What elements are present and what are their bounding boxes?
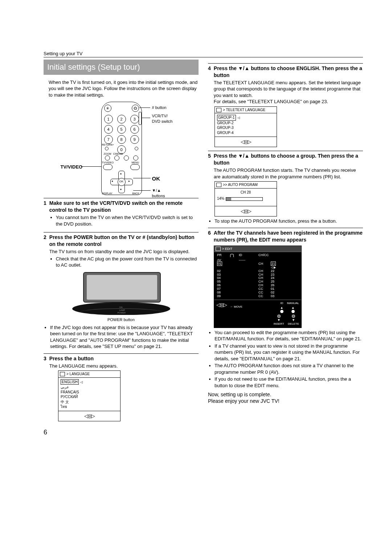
dpad-icon: ◁◎▷ (215, 206, 277, 216)
osd-teletext-item: GROUP-1◁ (217, 115, 274, 121)
step-title: After the TV channels have been register… (214, 230, 363, 243)
post-edit-bullet: The AUTO PROGRAM function does not store… (215, 362, 363, 375)
osd-language-item: РУССКИЙ (61, 394, 118, 400)
edit-table-row: 02CH22 (217, 270, 298, 273)
post-edit-bullet: If you do not need to use the EDIT/MANUA… (215, 376, 363, 389)
osd-language: > LANGUAGE ENGLISH◁عربيFRANÇAISРУССКИЙ中 … (58, 370, 121, 421)
closing-line-2: Please enjoy your new JVC TV! (208, 398, 363, 405)
dpad-icon: ◁◎▷ (58, 411, 120, 421)
heading: Initial settings (Setup tour) (44, 60, 199, 75)
osd-language-item: ENGLISH◁ (61, 379, 118, 385)
step: 6After the TV channels have been registe… (208, 228, 363, 244)
step-text: The TELETEXT LANGUAGE menu appears. Set … (214, 80, 363, 105)
step-title: Press the ▼/▲ buttons to choose a group.… (214, 153, 363, 166)
step-text: The AUTO PROGRAM function starts. The TV… (214, 167, 363, 180)
edit-table-row: 01CH21 ◁ ▶ (217, 262, 298, 270)
step: 1Make sure to set the VCR/TV/DVD switch … (44, 198, 199, 228)
section-label: Setting up your TV (44, 51, 363, 57)
lock-icon (230, 254, 234, 257)
step-number: 6 (208, 230, 211, 244)
tv-icon (216, 108, 221, 112)
remote-control-diagram: ✳ ⏻ 1 2 3 4 5 6 7 8 9 0 RETURN+ (44, 102, 199, 194)
edit-table-row: 08CC02 (217, 291, 298, 295)
osd-edit: > EDIT PR ID CH/CC AV------01CH21 ◁ ▶02C… (214, 246, 302, 328)
step-title: Press the ▼/▲ buttons to choose ENGLISH.… (214, 65, 363, 79)
page-number: 6 (44, 429, 47, 436)
edit-table-row: 09CC03 (217, 295, 298, 298)
post-edit-bullet: If a TV channel you want to view is not … (215, 343, 363, 362)
step-text: The TV turns on from standby mode and th… (49, 248, 199, 255)
osd-teletext-item: GROUP-2 (217, 121, 274, 126)
step-title: Press the a button (49, 355, 199, 362)
step: 4Press the ▼/▲ buttons to choose ENGLISH… (208, 63, 363, 105)
step-number: 2 (44, 234, 46, 270)
post-tv-bullet: If the JVC logo does not appear this is … (50, 324, 199, 350)
edit-table-row: 06CH26 (217, 284, 298, 287)
step-bullet: You cannot turn the TV on when the VCR/T… (56, 214, 199, 227)
tv-icon (216, 247, 221, 251)
osd-language-item: عربي (61, 385, 118, 390)
tv-icon (216, 183, 221, 187)
step-title: Make sure to set the VCR/TV/DVD switch o… (49, 200, 199, 214)
stop-autoprogram-bullet: To stop the AUTO PROGRAM function, press… (215, 218, 363, 224)
step-text: The LANGUAGE menu appears. (49, 363, 199, 369)
osd-teletext-language: > TELETEXT LANGUAGE GROUP-1◁GROUP-2GROUP… (215, 106, 277, 147)
post-edit-bullet: You can proceed to edit the programme nu… (215, 329, 363, 342)
step: 2Press the POWER button on the TV or # (… (44, 232, 199, 270)
osd-language-item: FRANÇAIS (61, 390, 118, 395)
osd-teletext-item: GROUP-4 (217, 130, 274, 135)
tv-power-button-diagram: ONLAMP POWER POWER button (72, 272, 170, 319)
step-number: 1 (44, 200, 46, 228)
power-button-caption: POWER button (72, 317, 170, 323)
edit-table-row: 07CC01 (217, 287, 298, 291)
step-number: 5 (208, 153, 211, 180)
step-title: Press the POWER button on the TV or # (s… (49, 234, 199, 248)
step-number: 4 (208, 65, 211, 105)
dpad-icon: ◁◎▷ (215, 137, 277, 147)
step-number: 3 (44, 355, 46, 369)
edit-table-row: 04CH24 (217, 276, 298, 280)
osd-language-item: 中 文 (61, 400, 118, 405)
step-bullet: Check that the AC plug on the power cord… (56, 256, 199, 268)
edit-table-row: 03CH23 (217, 273, 298, 277)
step: 5Press the ▼/▲ buttons to choose a group… (208, 151, 363, 180)
tv-icon (60, 372, 65, 376)
edit-table-row: AV------ (217, 259, 298, 262)
osd-auto-program: >> AUTO PROGRAM CH 28 14% ◁◎▷ (215, 181, 277, 216)
step: 3Press the a buttonThe LANGUAGE menu app… (44, 353, 199, 369)
osd-teletext-item: GROUP-3 (217, 125, 274, 130)
dpad-icon: ◁◎▷ (216, 301, 226, 308)
closing-line-1: Now, setting up is complete. (208, 391, 363, 398)
osd-language-item: ไทย (61, 404, 118, 409)
edit-table-row: 05CH25 (217, 280, 298, 284)
ok-label: OK (152, 175, 160, 182)
tv-video-label: TV/VIDEO (61, 164, 83, 170)
intro-text: When the TV is first turned on, it goes … (49, 79, 199, 98)
